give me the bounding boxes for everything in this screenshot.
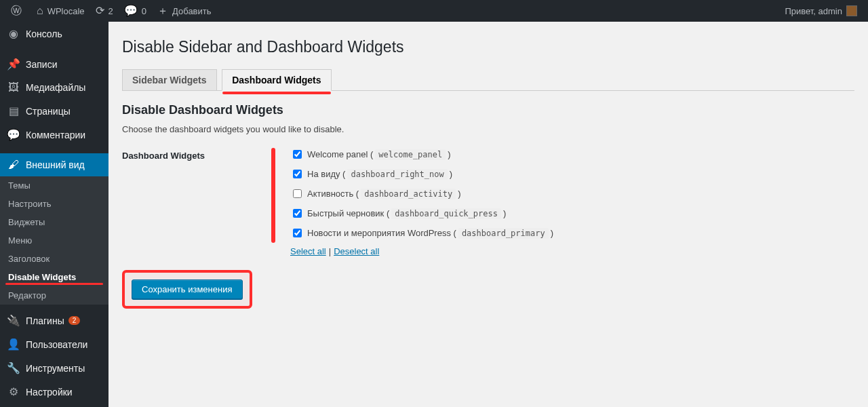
menu-tools-label: Инструменты (26, 363, 85, 374)
widget-checkbox-row[interactable]: Активность ( dashboard_activity ) (290, 187, 854, 200)
pin-icon: 📌 (7, 58, 20, 71)
widget-label: Быстрый черновик ( (307, 208, 389, 218)
media-icon: 🖼 (7, 81, 20, 94)
separator: | (329, 246, 331, 256)
site-name: WPlocale (47, 6, 85, 16)
widget-label: Новости и мероприятия WordPress ( (307, 228, 456, 238)
paren-close: ) (503, 208, 506, 218)
updates-link[interactable]: ⟳2 (90, 0, 119, 22)
menu-comments-label: Комментарии (26, 130, 85, 140)
tools-icon: 🔧 (7, 362, 20, 374)
widget-label: На виду ( (307, 169, 345, 179)
menu-plugins-label: Плагины (26, 315, 64, 326)
menu-appearance-label: Внешний вид (26, 159, 85, 170)
widget-checkbox[interactable] (293, 150, 302, 159)
sub-editor[interactable]: Редактор (0, 286, 108, 305)
page-title: Disable Sidebar and Dashboard Widgets (122, 38, 854, 56)
widget-checkbox[interactable] (293, 189, 302, 198)
widget-checkbox[interactable] (293, 170, 302, 178)
widget-checkbox-row[interactable]: На виду ( dashboard_right_now ) (290, 168, 854, 180)
sub-themes[interactable]: Темы (0, 176, 108, 195)
menu-plugins[interactable]: 🔌Плагины2 (0, 309, 108, 332)
users-icon: 👤 (7, 338, 20, 351)
comments-count: 0 (142, 6, 146, 16)
update-icon: ⟳ (96, 5, 104, 16)
account-link[interactable]: Привет, admin (779, 0, 863, 22)
menu-dashboard-label: Консоль (26, 28, 62, 39)
select-all-link[interactable]: Select all (290, 246, 326, 256)
widget-checkbox[interactable] (293, 229, 302, 237)
widget-code: welcome_panel (375, 149, 446, 160)
greeting: Привет, admin (785, 6, 842, 16)
menu-users[interactable]: 👤Пользователи (0, 332, 108, 356)
highlight-marker (222, 92, 330, 94)
menu-appearance[interactable]: 🖌Внешний вид (0, 153, 108, 176)
widget-code: dashboard_quick_press (391, 208, 501, 219)
updates-count: 2 (108, 6, 113, 16)
widget-checkbox-row[interactable]: Новости и мероприятия WordPress ( dashbo… (290, 227, 854, 239)
widget-label: Активность ( (307, 189, 359, 199)
site-name-link[interactable]: ⌂WPlocale (31, 0, 90, 22)
menu-settings-label: Настройки (26, 387, 73, 398)
comment-icon: 💬 (7, 128, 20, 141)
page-icon: ▤ (7, 104, 20, 117)
widget-checkbox-row[interactable]: Welcome panel ( welcome_panel ) (290, 148, 854, 161)
widget-label: Welcome panel ( (307, 149, 373, 159)
submenu-appearance: Темы Настроить Виджеты Меню Заголовок Di… (0, 176, 108, 305)
sub-customize[interactable]: Настроить (0, 195, 108, 213)
settings-icon: ⚙ (7, 385, 20, 398)
wordpress-icon: ⓦ (11, 5, 22, 16)
tab-sidebar-widgets[interactable]: Sidebar Widgets (122, 69, 217, 90)
section-description: Choose the dashboard widgets you would l… (122, 124, 854, 134)
row-label: Dashboard Widgets (122, 148, 271, 161)
add-new-link[interactable]: ＋Добавить (152, 0, 216, 22)
submit-highlight: Сохранить изменения (122, 270, 252, 309)
add-new-label: Добавить (172, 6, 211, 16)
menu-pages[interactable]: ▤Страницы (0, 99, 108, 123)
paren-close: ) (458, 189, 460, 199)
paren-close: ) (448, 149, 450, 159)
widget-checkbox[interactable] (293, 209, 302, 218)
row-value: Welcome panel ( welcome_panel )На виду (… (271, 148, 854, 256)
plugins-badge: 2 (68, 316, 81, 325)
menu-users-label: Пользователи (26, 339, 87, 350)
dashboard-icon: ◉ (7, 27, 20, 40)
sub-disable-widgets-label: Disable Widgets (8, 272, 76, 282)
menu-comments[interactable]: 💬Комментарии (0, 123, 108, 147)
sub-widgets[interactable]: Виджеты (0, 213, 108, 231)
wp-logo[interactable]: ⓦ (5, 0, 31, 22)
paren-close: ) (551, 228, 553, 238)
menu-pages-label: Страницы (26, 106, 71, 117)
plugin-icon: 🔌 (7, 314, 20, 327)
save-button[interactable]: Сохранить изменения (132, 279, 243, 299)
menu-posts-label: Записи (26, 59, 57, 70)
home-icon: ⌂ (37, 5, 43, 16)
sub-menus[interactable]: Меню (0, 231, 108, 250)
comment-icon: 💬 (124, 5, 138, 16)
main-content: Disable Sidebar and Dashboard Widgets Si… (108, 22, 868, 407)
menu-tools[interactable]: 🔧Инструменты (0, 356, 108, 380)
highlight-marker (5, 283, 103, 285)
widget-code: dashboard_right_now (347, 169, 447, 180)
menu-dashboard[interactable]: ◉Консоль (0, 22, 108, 45)
menu-posts[interactable]: 📌Записи (0, 52, 108, 76)
admin-menu: ◉Консоль 📌Записи 🖼Медиафайлы ▤Страницы 💬… (0, 22, 108, 407)
widget-checkbox-row[interactable]: Быстрый черновик ( dashboard_quick_press… (290, 207, 854, 220)
form-row-dashboard-widgets: Dashboard Widgets Welcome panel ( welcom… (122, 148, 854, 256)
menu-settings[interactable]: ⚙Настройки (0, 380, 108, 404)
admin-bar: ⓦ ⌂WPlocale ⟳2 💬0 ＋Добавить Привет, admi… (0, 0, 868, 22)
widget-code: dashboard_activity (361, 189, 456, 199)
comments-link[interactable]: 💬0 (119, 0, 152, 22)
tab-nav: Sidebar Widgets Dashboard Widgets (122, 69, 854, 91)
appearance-icon: 🖌 (7, 159, 20, 171)
sub-disable-widgets[interactable]: Disable Widgets (0, 268, 108, 286)
paren-close: ) (450, 169, 452, 179)
highlight-marker (271, 148, 275, 243)
deselect-all-link[interactable]: Deselect all (334, 246, 379, 256)
tab-dashboard-widgets[interactable]: Dashboard Widgets (222, 69, 331, 91)
tab-dashboard-widgets-label: Dashboard Widgets (232, 75, 321, 85)
menu-media[interactable]: 🖼Медиафайлы (0, 76, 108, 99)
widget-code: dashboard_primary (458, 228, 549, 239)
sub-header[interactable]: Заголовок (0, 250, 108, 268)
section-title: Disable Dashboard Widgets (122, 103, 854, 117)
